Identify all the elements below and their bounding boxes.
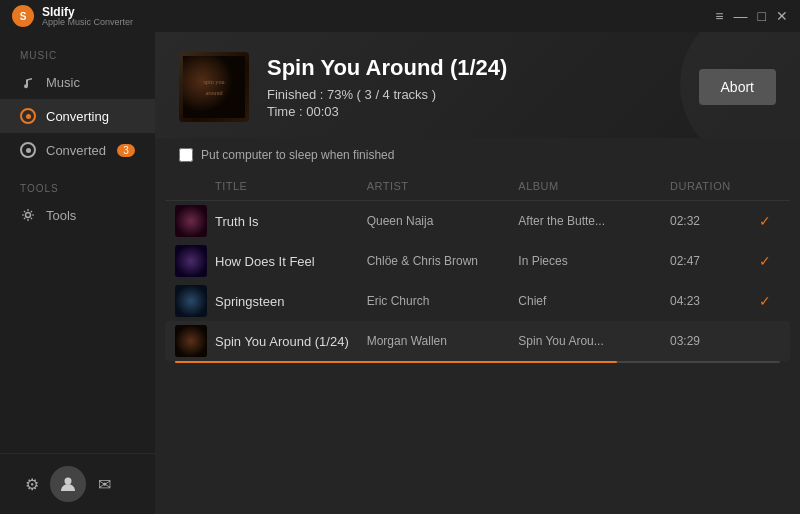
sidebar-item-converted[interactable]: Converted 3 (0, 133, 155, 167)
album-art-inner: spin you around (179, 52, 249, 122)
cell-duration: 03:29 (670, 334, 750, 348)
conversion-progress-fill (175, 361, 617, 363)
cell-artist: Eric Church (367, 294, 519, 308)
sleep-checkbox[interactable] (179, 148, 193, 162)
cell-title: How Does It Feel (215, 254, 367, 269)
svg-rect-7 (175, 205, 207, 237)
cell-title: Spin You Around (1/24) (215, 334, 367, 349)
cell-album: After the Butte... (518, 214, 670, 228)
cell-artist: Queen Naija (367, 214, 519, 228)
row-thumb (175, 325, 207, 357)
col-duration: DURATION (670, 176, 750, 196)
cell-duration: 02:47 (670, 254, 750, 268)
sidebar-item-music-label: Music (46, 75, 80, 90)
sidebar-item-converting-label: Converting (46, 109, 109, 124)
svg-rect-3 (183, 56, 245, 118)
table-row[interactable]: Truth Is Queen Naija After the Butte... … (165, 201, 790, 241)
svg-text:around: around (205, 89, 223, 96)
main-layout: Music Music Converting Converted 3 Tools (0, 32, 800, 514)
converted-icon (20, 142, 36, 158)
track-title: Spin You Around (1/24) (267, 55, 681, 81)
conversion-progress-bar (175, 361, 780, 363)
converted-badge: 3 (117, 144, 135, 157)
tools-section-label: Tools (0, 175, 155, 198)
sidebar: Music Music Converting Converted 3 Tools (0, 32, 155, 514)
sidebar-item-tools-label: Tools (46, 208, 76, 223)
tools-icon (20, 207, 36, 223)
svg-rect-9 (175, 245, 207, 277)
cell-artist: Chlöe & Chris Brown (367, 254, 519, 268)
table-row[interactable]: Springsteen Eric Church Chief 04:23 ✓ (165, 281, 790, 321)
now-converting-info: Spin You Around (1/24) Finished : 73% ( … (267, 55, 681, 119)
sleep-row: Put computer to sleep when finished (155, 138, 800, 172)
window-controls: ≡ — □ ✕ (715, 8, 788, 24)
tools-section: Tools Tools (0, 175, 155, 232)
svg-rect-11 (175, 285, 207, 317)
sidebar-item-tools[interactable]: Tools (0, 198, 155, 232)
abort-button[interactable]: Abort (699, 69, 776, 105)
svg-point-1 (65, 478, 72, 485)
cell-album: In Pieces (518, 254, 670, 268)
track-table: TITLE ARTIST ALBUM DURATION Truth Is Que… (155, 172, 800, 514)
cell-duration: 04:23 (670, 294, 750, 308)
content-area: spin you around Spin You Around (1/24) F… (155, 32, 800, 514)
cell-album: Spin You Arou... (518, 334, 670, 348)
row-status-done: ✓ (750, 213, 780, 229)
title-bar: S SIdify Apple Music Converter ≡ — □ ✕ (0, 0, 800, 32)
sleep-label[interactable]: Put computer to sleep when finished (201, 148, 394, 162)
col-artist: ARTIST (367, 176, 519, 196)
cell-album: Chief (518, 294, 670, 308)
table-header: TITLE ARTIST ALBUM DURATION (165, 172, 790, 201)
now-converting-header: spin you around Spin You Around (1/24) F… (155, 32, 800, 138)
sidebar-item-converting[interactable]: Converting (0, 99, 155, 133)
row-thumb (175, 245, 207, 277)
row-status-done: ✓ (750, 253, 780, 269)
profile-button[interactable] (50, 466, 86, 502)
minimize-button[interactable]: — (734, 8, 748, 24)
sidebar-bottom: ⚙ ✉ (0, 453, 155, 514)
cell-artist: Morgan Wallen (367, 334, 519, 348)
col-album: ALBUM (518, 176, 670, 196)
close-button[interactable]: ✕ (776, 8, 788, 24)
svg-point-0 (26, 213, 31, 218)
table-row[interactable]: How Does It Feel Chlöe & Chris Brown In … (165, 241, 790, 281)
row-thumb (175, 205, 207, 237)
cell-duration: 02:32 (670, 214, 750, 228)
track-status: Finished : 73% ( 3 / 4 tracks ) (267, 87, 681, 102)
cell-title: Truth Is (215, 214, 367, 229)
music-icon (20, 74, 36, 90)
table-row-active[interactable]: Spin You Around (1/24) Morgan Wallen Spi… (165, 321, 790, 361)
app-title-group: SIdify Apple Music Converter (42, 6, 133, 27)
app-subtitle: Apple Music Converter (42, 18, 133, 27)
cell-title: Springsteen (215, 294, 367, 309)
svg-rect-13 (175, 325, 207, 357)
sidebar-item-converted-label: Converted (46, 143, 106, 158)
row-status-done: ✓ (750, 293, 780, 309)
app-logo: S (12, 5, 34, 27)
col-thumb (175, 176, 215, 196)
menu-icon[interactable]: ≡ (715, 8, 723, 24)
settings-button[interactable]: ⚙ (14, 466, 50, 502)
music-section-label: Music (0, 42, 155, 65)
mail-button[interactable]: ✉ (86, 466, 122, 502)
col-status (750, 176, 780, 196)
sidebar-item-music[interactable]: Music (0, 65, 155, 99)
track-time: Time : 00:03 (267, 104, 681, 119)
row-thumb (175, 285, 207, 317)
maximize-button[interactable]: □ (758, 8, 766, 24)
album-art: spin you around (179, 52, 249, 122)
app-name: SIdify (42, 6, 133, 18)
col-title: TITLE (215, 176, 367, 196)
converting-icon (20, 108, 36, 124)
svg-text:spin you: spin you (203, 78, 224, 85)
app-logo-group: S SIdify Apple Music Converter (12, 5, 133, 27)
